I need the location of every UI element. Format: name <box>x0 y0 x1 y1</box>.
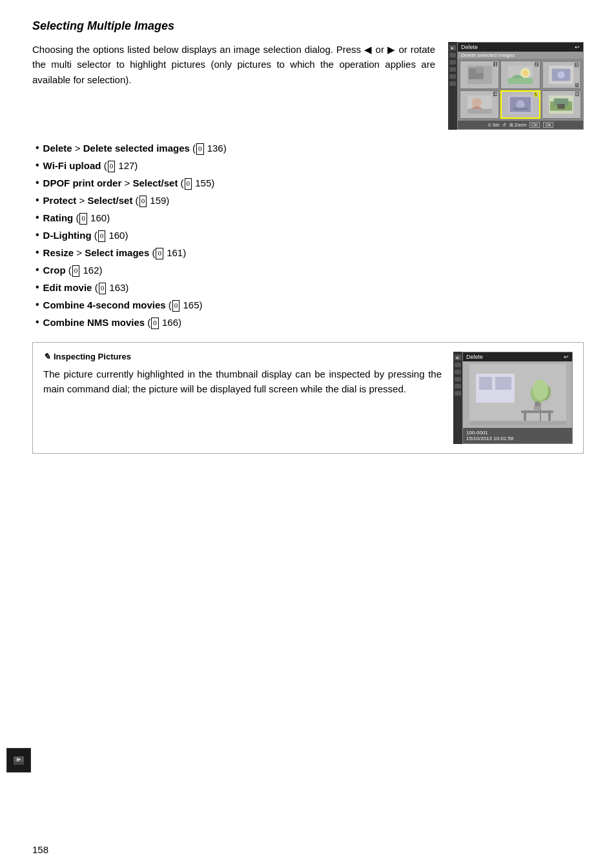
cam1-footer: ⊙ Set ↺ ⊞ Zoom OK OK <box>458 121 583 129</box>
cam1-sidebar: ▶ <box>448 42 457 130</box>
bullet-text-dpof: DPOF print order > Select/set (0 155) <box>43 176 215 190</box>
cam1-screen: Delete ↩ Delete selected images 1 <box>457 42 584 130</box>
bullet-text-dlighting: D-Lighting (0 160) <box>43 228 128 242</box>
section-title: Selecting Multiple Images <box>32 19 584 33</box>
thumb-6-img <box>549 95 573 114</box>
top-section: Choosing the options listed below displa… <box>32 42 584 130</box>
cam1-title: Delete <box>461 44 478 50</box>
svg-point-34 <box>535 401 540 407</box>
svg-point-11 <box>471 98 481 108</box>
thumb-3-num: 3 <box>575 63 579 67</box>
thumb-6-num: 6 <box>575 92 579 96</box>
sidebar-play-icon <box>13 756 25 765</box>
cam2-sidebar: ▶ <box>453 352 462 444</box>
bullet-text-delete: Delete > Delete selected images (0 136) <box>43 141 227 155</box>
camera-screen-2: ▶ Delete ↩ <box>453 352 573 444</box>
sidebar-play-button <box>6 748 31 772</box>
bullet-text-resize: Resize > Select images (0 161) <box>43 246 187 259</box>
thumb-4-img <box>467 95 492 114</box>
cam1-footer-zoom: ⊞ Zoom <box>509 123 526 128</box>
cam1-icon: ↩ <box>575 44 580 50</box>
cam2-sidebar-icon5 <box>455 384 461 389</box>
svg-rect-6 <box>508 78 533 85</box>
bullet-item-delete: • Delete > Delete selected images (0 136… <box>36 141 584 155</box>
bullet-text-rating: Rating (0 160) <box>43 211 110 225</box>
svg-rect-39 <box>14 763 24 765</box>
cam2-footer: 100-0001 15/10/2013 10:01:56 <box>463 428 572 443</box>
thumb-5: 5 <box>500 90 540 119</box>
thumb-2-img <box>508 65 533 85</box>
note-text: The picture currently highlighted in the… <box>43 367 442 397</box>
note-content: ✎ Inspecting Pictures The picture curren… <box>43 352 442 444</box>
cam2-sidebar-icon4 <box>455 377 461 381</box>
thumb-3: 3 5 <box>542 61 581 89</box>
bullet-dot-7: • <box>36 246 39 259</box>
bullet-dot-3: • <box>36 176 39 190</box>
cam1-thumbnails: 1 2 <box>458 59 583 121</box>
cam1-subtitle: Delete selected images <box>458 52 583 59</box>
cam2-icon: ↩ <box>564 354 569 360</box>
cam1-sidebar-icon3 <box>449 60 456 65</box>
svg-point-16 <box>516 100 524 108</box>
bullet-text-combine4s: Combine 4-second movies (0 165) <box>43 298 203 312</box>
thumb-1-img <box>467 65 492 85</box>
cam2-body <box>463 361 572 428</box>
bullet-list: • Delete > Delete selected images (0 136… <box>32 141 584 329</box>
camera-screen-1: ▶ Delete ↩ Delete selected images <box>448 42 584 130</box>
thumb-1: 1 <box>460 61 499 89</box>
note-box: ✎ Inspecting Pictures The picture curren… <box>32 342 584 454</box>
svg-rect-17 <box>513 108 528 110</box>
svg-rect-35 <box>469 421 566 425</box>
bullet-dot-9: • <box>36 281 39 294</box>
svg-rect-13 <box>467 109 492 114</box>
svg-point-9 <box>558 71 565 78</box>
cam1-sidebar-icon4 <box>449 67 456 72</box>
cam1-footer-set: ⊙ Set <box>488 123 499 128</box>
bullet-dot-1: • <box>36 141 39 155</box>
bullet-text-crop: Crop (0 162) <box>43 263 103 277</box>
note-title: ✎ Inspecting Pictures <box>43 352 442 361</box>
cam1-footer-ok: OK <box>529 122 540 128</box>
svg-rect-25 <box>495 377 511 390</box>
svg-rect-21 <box>558 104 565 109</box>
cam2-header: Delete ↩ <box>463 352 572 361</box>
bullet-dot-4: • <box>36 194 39 207</box>
thumb-4: 4 <box>460 90 499 119</box>
cam2-sidebar-icon6 <box>455 391 461 396</box>
cam2-sidebar-icon2 <box>455 363 461 367</box>
bullet-item-combine4s: • Combine 4-second movies (0 165) <box>36 298 584 312</box>
page-container: Selecting Multiple Images Choosing the o… <box>0 0 616 486</box>
cam1-footer-ok2: OK <box>543 122 553 128</box>
thumb-2-num: 2 <box>535 62 539 66</box>
bullet-text-protect: Protect > Select/set (0 159) <box>43 194 170 207</box>
bullet-dot-11: • <box>36 316 39 329</box>
thumb-6: 6 <box>542 90 581 119</box>
thumb-5-img <box>508 95 533 114</box>
cam2-title: Delete <box>466 354 483 360</box>
bullet-dot-5: • <box>36 211 39 225</box>
note-title-text: Inspecting Pictures <box>54 352 131 361</box>
bullet-item-rating: • Rating (0 160) <box>36 211 584 225</box>
thumb-2: 2 <box>500 61 540 89</box>
cam2-image <box>469 364 566 425</box>
bullet-dot-6: • <box>36 228 39 242</box>
bullet-item-dlighting: • D-Lighting (0 160) <box>36 228 584 242</box>
bullet-item-crop: • Crop (0 162) <box>36 263 584 277</box>
thumb-1-num: 1 <box>493 62 497 66</box>
cam1-footer-rotate: ↺ <box>502 123 506 128</box>
bullet-item-wifi: • Wi-Fi upload (0 127) <box>36 159 584 172</box>
bullet-dot-10: • <box>36 298 39 312</box>
bullet-dot-8: • <box>36 263 39 277</box>
cam1-sidebar-icon5 <box>449 74 456 79</box>
thumb-3-img <box>549 65 573 85</box>
bullet-item-protect: • Protect > Select/set (0 159) <box>36 194 584 207</box>
intro-text: Choosing the options listed below displa… <box>32 42 435 130</box>
bullet-text-editmovie: Edit movie (0 163) <box>43 281 129 294</box>
bullet-text-wifi: Wi-Fi upload (0 127) <box>43 159 138 172</box>
note-pencil-icon: ✎ <box>43 352 50 361</box>
cam1-sidebar-icon2 <box>449 53 456 57</box>
cam1-header: Delete ↩ <box>458 43 583 52</box>
cam2-sidebar-play-icon: ▶ <box>455 355 461 360</box>
cam2-screen: Delete ↩ <box>462 352 573 444</box>
bullet-dot-2: • <box>36 159 39 172</box>
